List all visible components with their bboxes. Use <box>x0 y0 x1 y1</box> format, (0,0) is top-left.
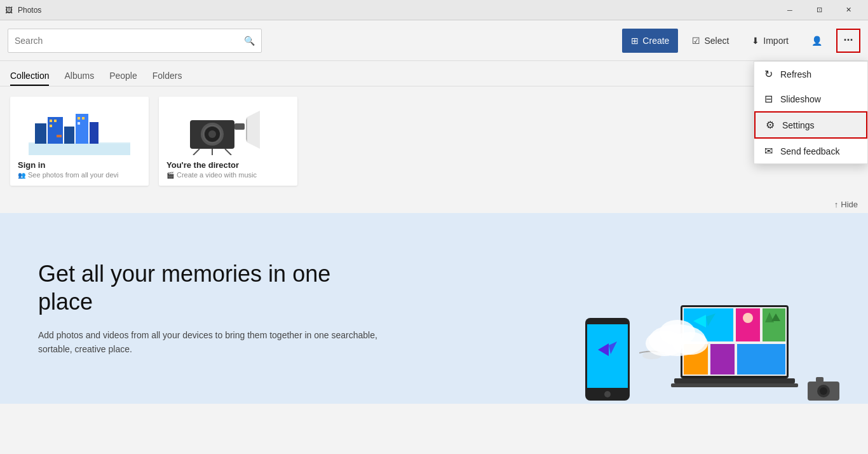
director-illustration <box>166 104 290 155</box>
search-icon: 🔍 <box>244 36 255 46</box>
select-icon: ☑ <box>692 36 700 46</box>
svg-rect-9 <box>78 117 80 120</box>
svg-rect-22 <box>234 123 245 130</box>
svg-rect-3 <box>64 127 74 144</box>
toolbar: 🔍 ⊞ Create ☑ Select ⬇ Import 👤 ··· <box>0 20 868 61</box>
svg-point-56 <box>820 387 827 395</box>
svg-rect-15 <box>57 135 62 137</box>
titlebar-controls: ─ ⊡ ✕ <box>775 0 863 20</box>
signin-subtitle: 👥 See photos from all your devi <box>18 171 118 179</box>
feedback-icon: ✉ <box>764 145 773 157</box>
director-title: You're the director <box>166 160 239 170</box>
tab-collection[interactable]: Collection <box>10 71 49 86</box>
restore-button[interactable]: ⊡ <box>804 0 834 20</box>
svg-line-27 <box>225 149 231 155</box>
import-button[interactable]: ⬇ Import <box>743 29 797 53</box>
svg-point-20 <box>208 130 216 138</box>
tab-folders[interactable]: Folders <box>153 71 182 86</box>
svg-rect-57 <box>816 377 824 382</box>
search-box[interactable]: 🔍 <box>8 29 262 53</box>
svg-rect-6 <box>50 120 52 122</box>
account-icon: 👤 <box>811 36 822 46</box>
svg-point-36 <box>604 391 611 397</box>
banner-heading: Get all your memories in one place <box>38 260 381 315</box>
hide-bar: ↑ Hide <box>0 196 868 213</box>
svg-point-31 <box>660 320 695 345</box>
dropdown-feedback[interactable]: ✉ Send feedback <box>754 139 867 163</box>
director-subtitle: 🎬 Create a video with music <box>166 171 257 179</box>
signin-title: Sign in <box>18 160 45 170</box>
card-director[interactable]: You're the director 🎬 Create a video wit… <box>159 97 297 186</box>
svg-point-48 <box>743 313 753 323</box>
import-icon: ⬇ <box>752 36 759 46</box>
banner: Get all your memories in one place Add p… <box>0 213 868 404</box>
svg-rect-8 <box>50 125 52 127</box>
close-button[interactable]: ✕ <box>834 0 863 20</box>
app-title: Photos <box>18 6 41 15</box>
svg-rect-7 <box>54 120 57 122</box>
create-icon: ⊞ <box>631 36 639 46</box>
app-icon: 🖼 <box>5 6 13 15</box>
account-button[interactable]: 👤 <box>803 29 831 53</box>
cloud-illustration <box>639 308 715 359</box>
camera-illustration <box>804 372 843 404</box>
tab-albums[interactable]: Albums <box>64 71 94 86</box>
svg-rect-5 <box>90 122 98 144</box>
dropdown-refresh[interactable]: ↻ Refresh <box>754 62 867 86</box>
search-input[interactable] <box>15 36 239 46</box>
person-icon: 👥 <box>18 172 25 179</box>
more-button[interactable]: ··· <box>836 29 860 53</box>
svg-rect-52 <box>674 378 795 383</box>
svg-rect-33 <box>587 324 628 388</box>
svg-rect-49 <box>743 324 753 330</box>
tab-people[interactable]: People <box>109 71 137 86</box>
svg-point-13 <box>97 114 110 123</box>
phone-illustration <box>582 315 633 404</box>
titlebar: 🖼 Photos ─ ⊡ ✕ <box>0 0 868 20</box>
svg-marker-23 <box>247 111 260 149</box>
svg-point-14 <box>112 114 125 123</box>
main-content: Sign in 👥 See photos from all your devi <box>0 86 868 196</box>
svg-rect-42 <box>763 308 785 341</box>
banner-subtext: Add photos and videos from all your devi… <box>38 328 381 357</box>
slideshow-icon: ⊟ <box>764 93 773 105</box>
titlebar-app-title: 🖼 Photos <box>5 6 41 15</box>
svg-rect-53 <box>671 383 798 387</box>
nav-tabs: Collection Albums People Folders <box>0 61 868 86</box>
dropdown-menu: ↻ Refresh ⊟ Slideshow ⚙ Settings ✉ Send … <box>754 61 868 164</box>
svg-line-25 <box>193 149 200 155</box>
chevron-up-icon: ↑ <box>834 200 839 209</box>
banner-illustration <box>582 302 843 404</box>
minimize-button[interactable]: ─ <box>775 0 804 20</box>
refresh-icon: ↻ <box>764 68 773 80</box>
svg-rect-16 <box>29 144 130 155</box>
svg-rect-1 <box>35 123 46 144</box>
video-icon: 🎬 <box>166 172 174 179</box>
signin-illustration <box>18 104 141 155</box>
create-button[interactable]: ⊞ Create <box>622 29 678 53</box>
svg-marker-24 <box>246 117 247 142</box>
hide-button[interactable]: ↑ Hide <box>834 200 858 209</box>
card-signin[interactable]: Sign in 👥 See photos from all your devi <box>10 97 149 186</box>
svg-rect-45 <box>737 344 785 375</box>
banner-text: Get all your memories in one place Add p… <box>38 260 381 356</box>
svg-rect-10 <box>82 117 85 120</box>
select-button[interactable]: ☑ Select <box>683 29 738 53</box>
svg-rect-11 <box>78 122 80 125</box>
dropdown-settings[interactable]: ⚙ Settings <box>754 111 867 139</box>
settings-icon: ⚙ <box>766 119 775 131</box>
dropdown-slideshow[interactable]: ⊟ Slideshow <box>754 86 867 111</box>
